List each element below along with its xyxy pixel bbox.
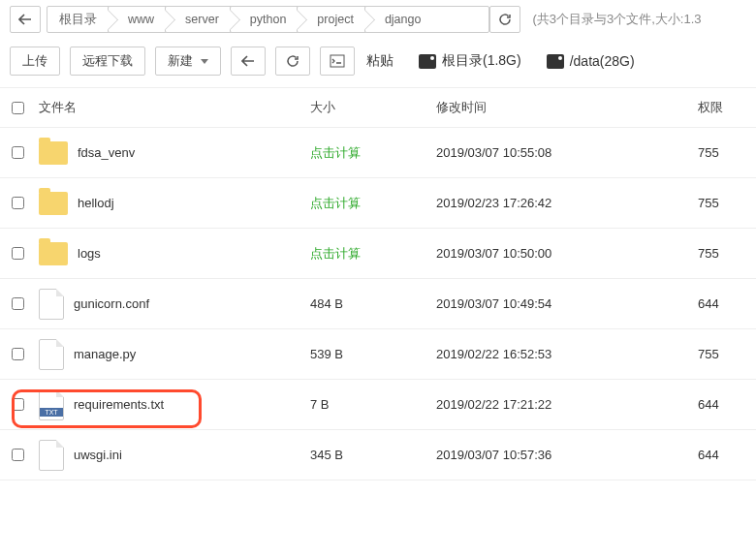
folder-icon (39, 192, 68, 215)
file-perm: 755 (694, 246, 752, 261)
breadcrumb-item[interactable]: 根目录 (47, 6, 113, 33)
file-name[interactable]: manage.py (74, 347, 136, 361)
row-checkbox[interactable] (12, 247, 24, 260)
row-check-cell (0, 348, 35, 360)
col-size[interactable]: 大小 (306, 99, 432, 116)
refresh-icon (498, 13, 512, 26)
row-check-cell (0, 197, 35, 209)
file-icon (39, 339, 64, 370)
file-mtime: 2019/02/23 17:26:42 (432, 196, 694, 210)
new-button[interactable]: 新建 (155, 46, 221, 76)
file-icon (39, 289, 64, 320)
file-perm: 644 (694, 296, 752, 311)
disk-data-label: /data(28G) (570, 53, 635, 69)
folder-icon (39, 242, 68, 265)
txt-file-icon (39, 389, 64, 420)
file-size: 484 B (306, 296, 432, 311)
file-name[interactable]: hellodj (78, 196, 114, 210)
breadcrumbs: 根目录wwwserverpythonprojectdjango (47, 6, 484, 33)
file-name-cell: fdsa_venv (35, 141, 306, 165)
breadcrumb-item[interactable]: project (297, 6, 370, 33)
upload-button[interactable]: 上传 (10, 46, 60, 76)
col-mtime[interactable]: 修改时间 (432, 99, 694, 116)
table-row[interactable]: requirements.txt7 B2019/02/22 17:21:2264… (0, 380, 756, 430)
col-perm[interactable]: 权限 (694, 99, 752, 116)
file-name-cell: requirements.txt (35, 389, 306, 420)
table-header: 文件名 大小 修改时间 权限 (0, 87, 756, 128)
row-checkbox[interactable] (12, 197, 24, 209)
terminal-button[interactable] (320, 46, 355, 76)
row-checkbox[interactable] (12, 297, 24, 310)
refresh-icon (286, 54, 299, 68)
select-all-cell (0, 102, 35, 114)
file-name-cell: logs (35, 242, 306, 265)
row-checkbox[interactable] (12, 449, 24, 461)
summary-text: (共3个目录与3个文件,大小:1.3 (532, 11, 701, 28)
file-mtime: 2019/03/07 10:49:54 (432, 296, 694, 311)
file-name-cell: manage.py (35, 339, 306, 370)
file-size: 345 B (306, 448, 432, 462)
file-size[interactable]: 点击计算 (306, 245, 432, 263)
file-mtime: 2019/03/07 10:55:08 (432, 145, 694, 160)
file-size: 7 B (306, 397, 432, 412)
remote-download-label: 远程下载 (82, 52, 133, 70)
row-check-cell (0, 398, 35, 411)
chevron-down-icon (201, 59, 208, 64)
file-perm: 755 (694, 196, 752, 210)
file-name[interactable]: gunicorn.conf (74, 296, 149, 311)
file-name-cell: uwsgi.ini (35, 440, 306, 471)
terminal-icon (330, 54, 345, 68)
file-name[interactable]: fdsa_venv (78, 145, 135, 160)
remote-download-button[interactable]: 远程下载 (70, 46, 145, 76)
svg-rect-0 (331, 55, 344, 67)
disk-root-label: 根目录(1.8G) (442, 52, 521, 70)
file-perm: 755 (694, 145, 752, 160)
table-row[interactable]: fdsa_venv点击计算2019/03/07 10:55:08755 (0, 128, 756, 178)
row-check-cell (0, 449, 35, 461)
row-checkbox[interactable] (12, 398, 24, 411)
toolbar-refresh-button[interactable] (275, 46, 310, 76)
top-bar: 根目录wwwserverpythonprojectdjango (共3个目录与3… (0, 0, 756, 39)
select-all-checkbox[interactable] (12, 102, 24, 114)
table-row[interactable]: hellodj点击计算2019/02/23 17:26:42755 (0, 178, 756, 229)
folder-icon (39, 141, 68, 165)
row-checkbox[interactable] (12, 348, 24, 360)
row-check-cell (0, 297, 35, 310)
upload-label: 上传 (22, 52, 47, 70)
disk-root[interactable]: 根目录(1.8G) (419, 52, 521, 70)
col-name[interactable]: 文件名 (35, 99, 306, 116)
file-mtime: 2019/02/22 17:21:22 (432, 397, 694, 412)
file-perm: 644 (694, 397, 752, 412)
table-row[interactable]: gunicorn.conf484 B2019/03/07 10:49:54644 (0, 279, 756, 329)
arrow-left-icon (241, 55, 255, 67)
table-row[interactable]: manage.py539 B2019/02/22 16:52:53755 (0, 329, 756, 380)
table-row[interactable]: uwsgi.ini345 B2019/03/07 10:57:36644 (0, 430, 756, 480)
file-mtime: 2019/03/07 10:57:36 (432, 448, 694, 462)
table-row[interactable]: logs点击计算2019/03/07 10:50:00755 (0, 229, 756, 279)
breadcrumb-item[interactable]: django (364, 6, 490, 33)
file-name-cell: gunicorn.conf (35, 289, 306, 320)
file-size[interactable]: 点击计算 (306, 144, 432, 162)
file-name-cell: hellodj (35, 192, 306, 215)
file-name[interactable]: logs (78, 246, 101, 261)
file-mtime: 2019/02/22 16:52:53 (432, 347, 694, 361)
arrow-left-icon (18, 14, 32, 25)
disk-data[interactable]: /data(28G) (547, 53, 635, 69)
file-name[interactable]: requirements.txt (74, 397, 164, 412)
refresh-button[interactable] (489, 6, 520, 33)
file-perm: 644 (694, 448, 752, 462)
toolbar-back-button[interactable] (231, 46, 266, 76)
back-button[interactable] (10, 6, 41, 33)
row-check-cell (0, 247, 35, 260)
new-label: 新建 (168, 52, 193, 70)
file-name[interactable]: uwsgi.ini (74, 448, 122, 462)
file-mtime: 2019/03/07 10:50:00 (432, 246, 694, 261)
paste-label[interactable]: 粘贴 (366, 52, 394, 70)
disk-icon (419, 54, 436, 69)
disk-icon (547, 54, 564, 69)
row-check-cell (0, 146, 35, 159)
file-size[interactable]: 点击计算 (306, 195, 432, 212)
file-perm: 755 (694, 347, 752, 361)
file-table: 文件名 大小 修改时间 权限 fdsa_venv点击计算2019/03/07 1… (0, 87, 756, 480)
row-checkbox[interactable] (12, 146, 24, 159)
